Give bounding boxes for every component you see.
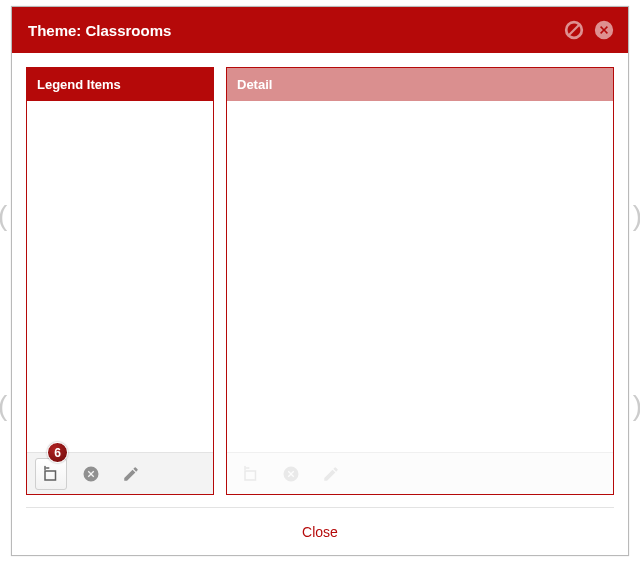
legend-toolbar: 6 <box>27 452 213 494</box>
svg-rect-1 <box>245 471 256 480</box>
background-glyph: ) <box>633 200 640 232</box>
detail-header: Detail <box>227 68 613 101</box>
new-item-button[interactable] <box>35 458 67 490</box>
dialog-title: Theme: Classrooms <box>28 22 556 39</box>
background-glyph: ( <box>0 200 7 232</box>
dialog-footer: Close <box>26 507 614 555</box>
background-glyph: ) <box>633 390 640 422</box>
remove-circle-icon <box>282 465 300 483</box>
new-item-icon <box>242 465 260 483</box>
step-badge: 6 <box>47 442 68 463</box>
background-glyph: ( <box>0 390 7 422</box>
block-icon[interactable] <box>562 18 586 42</box>
svg-rect-0 <box>45 471 56 480</box>
pencil-icon <box>122 465 140 483</box>
new-item-icon <box>42 465 60 483</box>
dialog-body: Legend Items 6 <box>12 53 628 503</box>
pencil-icon <box>322 465 340 483</box>
edit-item-button[interactable] <box>115 458 147 490</box>
edit-detail-button <box>315 458 347 490</box>
detail-content <box>227 101 613 452</box>
legend-header: Legend Items <box>27 68 213 101</box>
close-icon[interactable] <box>592 18 616 42</box>
legend-list <box>27 101 213 452</box>
detail-toolbar <box>227 452 613 494</box>
dialog-titlebar: Theme: Classrooms <box>12 7 628 53</box>
remove-circle-icon <box>82 465 100 483</box>
delete-item-button[interactable] <box>75 458 107 490</box>
detail-panel: Detail <box>226 67 614 495</box>
new-detail-button <box>235 458 267 490</box>
theme-dialog: Theme: Classrooms Legend Items 6 <box>11 6 629 556</box>
close-button[interactable]: Close <box>302 524 338 540</box>
delete-detail-button <box>275 458 307 490</box>
legend-panel: Legend Items 6 <box>26 67 214 495</box>
